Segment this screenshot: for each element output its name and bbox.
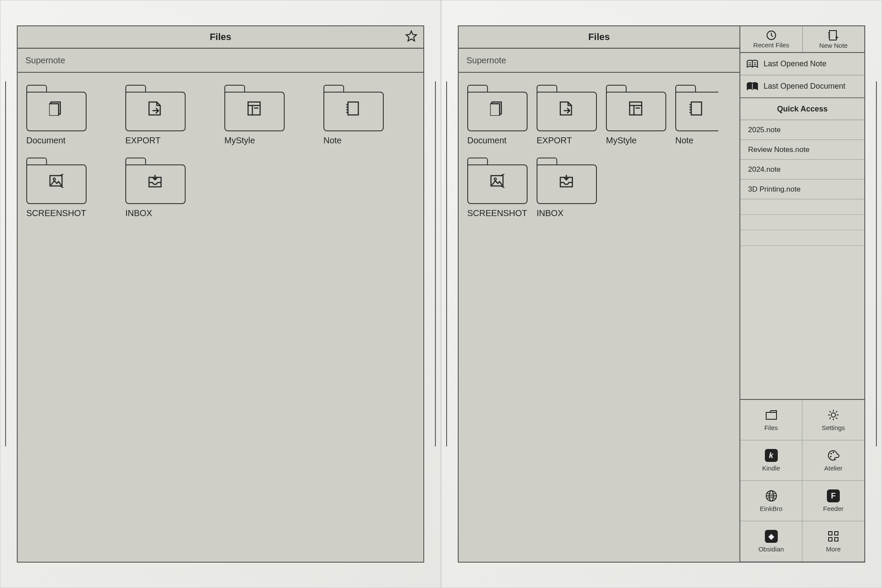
app-atelier[interactable]: Atelier <box>802 440 864 481</box>
app-label: Obsidian <box>758 545 784 553</box>
screen-left: Files Supernote Document <box>17 25 424 563</box>
file-grid: Document EXPORT MyStyle <box>459 73 739 562</box>
folder-icon <box>125 158 186 204</box>
folder-label: INBOX <box>125 208 152 218</box>
app-label: Atelier <box>824 464 843 472</box>
app-settings[interactable]: Settings <box>802 400 864 440</box>
inbox-icon <box>148 174 163 189</box>
document-icon <box>490 101 505 116</box>
folder-icon <box>467 158 528 204</box>
app-more[interactable]: More <box>802 521 864 562</box>
breadcrumb[interactable]: Supernote <box>459 49 739 73</box>
quick-access-item[interactable]: 2025.note <box>740 120 864 140</box>
folder-screenshot[interactable]: SCREENSHOT <box>24 158 120 218</box>
side-handle-right[interactable] <box>876 81 877 446</box>
titlebar: Files <box>18 26 423 49</box>
kindle-icon: k <box>765 449 778 462</box>
document-icon <box>49 101 64 116</box>
folder-icon <box>537 85 597 131</box>
page-title: Files <box>459 31 739 43</box>
side-handle-left[interactable] <box>5 81 6 446</box>
book-note-icon <box>746 59 758 69</box>
image-icon <box>490 174 505 189</box>
folder-note[interactable]: Note <box>321 85 417 145</box>
folder-label: EXPORT <box>125 136 161 145</box>
breadcrumb-root: Supernote <box>466 56 506 65</box>
breadcrumb-root: Supernote <box>25 56 65 65</box>
new-note-button[interactable]: New Note <box>803 26 865 52</box>
last-opened-note[interactable]: Last Opened Note <box>740 53 864 75</box>
folder-icon <box>323 85 384 131</box>
file-grid: Document EXPORT MyStyle <box>18 73 423 562</box>
inbox-icon <box>559 174 574 189</box>
app-feeder[interactable]: F Feeder <box>802 481 864 521</box>
new-note-label: New Note <box>819 42 848 49</box>
folder-mystyle[interactable]: MyStyle <box>222 85 318 145</box>
quick-access-item[interactable]: 3D Printing.note <box>740 179 864 199</box>
app-einkbro[interactable]: EinkBro <box>740 481 802 521</box>
quick-access-item[interactable]: Review Notes.note <box>740 140 864 160</box>
folder-export[interactable]: EXPORT <box>534 85 601 145</box>
side-handle-right[interactable] <box>435 81 436 446</box>
book-doc-icon <box>746 82 758 91</box>
quick-access-empty-slot <box>740 199 864 215</box>
folder-icon <box>537 158 597 204</box>
titlebar: Files <box>459 26 739 49</box>
recent-files-button[interactable]: Recent Files <box>740 26 803 52</box>
side-handle-left[interactable] <box>446 81 447 446</box>
folder-icon <box>26 85 87 131</box>
folder-label: INBOX <box>537 208 563 218</box>
folder-document[interactable]: Document <box>24 85 120 145</box>
folder-export[interactable]: EXPORT <box>123 85 219 145</box>
folder-icon <box>125 85 186 131</box>
folder-label: Document <box>467 136 506 145</box>
last-opened-document[interactable]: Last Opened Document <box>740 75 864 98</box>
recent-files-label: Recent Files <box>753 41 789 49</box>
folder-mystyle[interactable]: MyStyle <box>603 85 670 145</box>
app-label: EinkBro <box>760 505 783 512</box>
folder-inbox[interactable]: INBOX <box>534 158 601 218</box>
favorite-button[interactable] <box>405 30 417 44</box>
breadcrumb[interactable]: Supernote <box>18 49 423 73</box>
folder-inbox[interactable]: INBOX <box>123 158 219 218</box>
image-icon <box>49 174 64 189</box>
feeder-icon: F <box>827 489 840 502</box>
folder-screenshot[interactable]: SCREENSHOT <box>465 158 531 218</box>
folder-note[interactable]: Note <box>673 85 739 145</box>
export-icon <box>559 101 574 116</box>
folder-label: EXPORT <box>537 136 572 145</box>
folder-icon <box>224 85 285 131</box>
app-label: Settings <box>822 424 845 431</box>
app-label: Files <box>764 424 778 431</box>
app-label: Kindle <box>762 464 780 472</box>
folder-icon <box>467 85 528 131</box>
folder-document[interactable]: Document <box>465 85 531 145</box>
device-right: Files Supernote Document <box>441 0 882 588</box>
quick-access-empty-slot <box>740 215 864 230</box>
app-label: More <box>826 545 841 553</box>
folder-icon <box>675 85 718 131</box>
folder-label: SCREENSHOT <box>26 208 86 218</box>
folder-label: MyStyle <box>224 136 255 145</box>
folder-label: Note <box>675 136 693 145</box>
app-obsidian[interactable]: ◆ Obsidian <box>740 521 802 562</box>
quick-access-item[interactable]: 2024.note <box>740 160 864 179</box>
app-kindle[interactable]: k Kindle <box>740 440 802 481</box>
globe-icon <box>765 489 778 502</box>
folder-label: Document <box>26 136 65 145</box>
folder-icon <box>765 409 778 421</box>
folder-icon <box>26 158 87 204</box>
export-icon <box>148 101 163 116</box>
folder-label: MyStyle <box>606 136 637 145</box>
quick-access-header: Quick Access <box>740 98 864 120</box>
folder-label: Note <box>323 136 342 145</box>
app-label: Feeder <box>823 505 844 512</box>
page-title: Files <box>18 31 423 43</box>
folder-icon <box>606 85 666 131</box>
new-note-icon <box>828 30 839 41</box>
style-icon <box>629 101 643 116</box>
style-icon <box>247 101 262 116</box>
gear-icon <box>827 409 840 421</box>
app-files[interactable]: Files <box>740 400 802 440</box>
obsidian-icon: ◆ <box>765 530 778 543</box>
